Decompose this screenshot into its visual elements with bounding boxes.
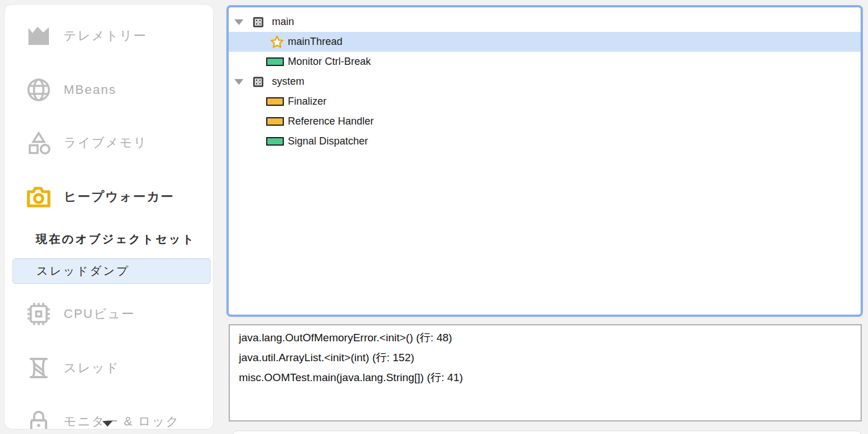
tree-thread-row-finalizer[interactable]: Finalizer bbox=[229, 92, 861, 111]
sidebar-item-heap-walker[interactable]: ヒープウォーカー bbox=[5, 183, 213, 210]
camera-icon bbox=[25, 183, 52, 210]
thread-dump-tree-panel[interactable]: main mainThread Monitor Ctrl-Break syste… bbox=[226, 5, 863, 317]
thread-name: Signal Dispatcher bbox=[288, 135, 368, 147]
tree-group-row-main[interactable]: main bbox=[229, 12, 861, 32]
globe-icon bbox=[25, 76, 52, 104]
sidebar-subitem-thread-dump[interactable]: スレッドダンプ bbox=[13, 258, 210, 284]
tree-thread-row-mainthread[interactable]: mainThread bbox=[229, 32, 861, 52]
sidebar-item-label: モニター & ロック bbox=[64, 413, 180, 429]
thread-name: Finalizer bbox=[288, 96, 326, 108]
sidebar-scroll-down-arrow-icon[interactable] bbox=[102, 421, 113, 427]
sidebar-item-label: ヒープウォーカー bbox=[64, 188, 175, 205]
thread-group-name: system bbox=[272, 76, 304, 88]
sidebar-item-mbeans[interactable]: MBeans bbox=[5, 76, 213, 104]
cpu-chip-icon bbox=[25, 300, 52, 328]
thread-status-icon bbox=[266, 55, 286, 69]
telemetry-icon bbox=[25, 22, 52, 49]
stack-frame[interactable]: java.lang.OutOfMemoryError.<init>() (行: … bbox=[239, 328, 852, 348]
thread-name: mainThread bbox=[288, 36, 342, 48]
star-icon bbox=[266, 35, 286, 49]
subitem-label: スレッドダンプ bbox=[36, 263, 130, 279]
sidebar-item-cpu-views[interactable]: CPUビュー bbox=[5, 300, 213, 328]
thread-name: Monitor Ctrl-Break bbox=[288, 56, 371, 68]
thread-group-name: main bbox=[272, 16, 294, 28]
thread-status-icon bbox=[266, 94, 286, 109]
stack-frame[interactable]: java.util.ArrayList.<init>(int) (行: 152) bbox=[239, 348, 852, 367]
thread-status-icon bbox=[266, 114, 286, 129]
sidebar-item-label: スレッド bbox=[64, 359, 119, 377]
collapse-expander-icon[interactable] bbox=[234, 79, 243, 85]
thread-name: Reference Handler bbox=[288, 115, 374, 127]
hidden-bottom-panel-edge bbox=[232, 431, 862, 434]
collapse-expander-icon[interactable] bbox=[234, 19, 243, 25]
sidebar-item-label: テレメトリー bbox=[64, 27, 147, 44]
sidebar-item-live-memory[interactable]: ライブメモリ bbox=[5, 129, 213, 156]
sidebar-item-label: CPUビュー bbox=[64, 305, 135, 323]
view-sidebar: テレメトリー MBeans ライブメモリ bbox=[4, 4, 214, 429]
stack-trace-panel[interactable]: java.lang.OutOfMemoryError.<init>() (行: … bbox=[229, 324, 862, 421]
tree-group-row-system[interactable]: system bbox=[229, 72, 861, 92]
shapes-icon bbox=[25, 129, 52, 156]
tree-thread-row-signal-dispatcher[interactable]: Signal Dispatcher bbox=[229, 131, 861, 151]
sidebar-item-threads[interactable]: スレッド bbox=[5, 354, 213, 382]
thread-status-icon bbox=[266, 134, 286, 149]
stack-frame[interactable]: misc.OOMTest.main(java.lang.String[]) (行… bbox=[239, 367, 852, 387]
sidebar-item-telemetry[interactable]: テレメトリー bbox=[5, 22, 213, 49]
thread-group-icon bbox=[251, 15, 265, 29]
tree-thread-row-reference-handler[interactable]: Reference Handler bbox=[229, 111, 861, 131]
lock-icon bbox=[25, 408, 52, 429]
subitem-label: 現在のオブジェクトセット bbox=[36, 232, 196, 247]
sidebar-item-label: ライブメモリ bbox=[64, 134, 147, 151]
sidebar-item-label: MBeans bbox=[64, 82, 117, 97]
tree-thread-row-monitor-ctrl-break[interactable]: Monitor Ctrl-Break bbox=[229, 52, 861, 72]
thread-spool-icon bbox=[25, 354, 52, 382]
sidebar-subitem-current-object-set[interactable]: 現在のオブジェクトセット bbox=[13, 226, 210, 252]
thread-group-icon bbox=[251, 75, 265, 89]
